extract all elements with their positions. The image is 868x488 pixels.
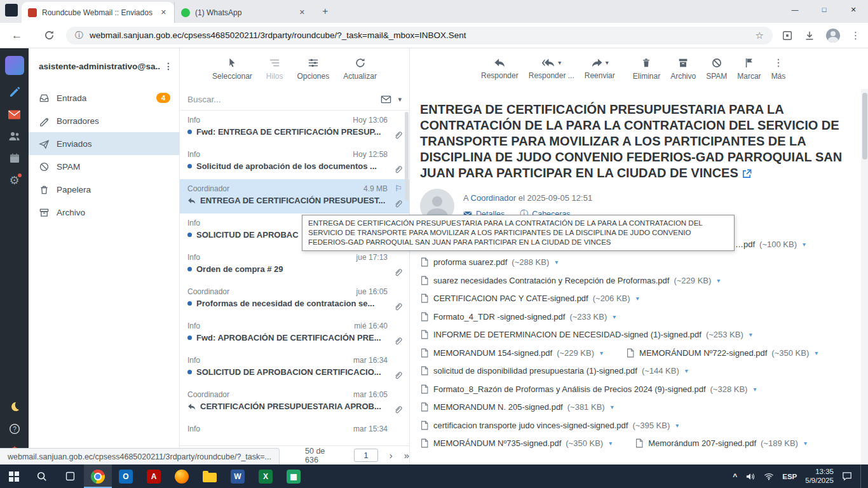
reply-button[interactable]: Responder — [481, 58, 519, 80]
taskbar-outlook-icon[interactable]: O — [112, 464, 140, 488]
attachment-menu-caret-icon[interactable]: ▾ — [804, 440, 807, 447]
contacts-icon[interactable] — [8, 131, 20, 142]
message-row[interactable]: Infomar 16:34SOLICITUD DE APROBACION CER… — [180, 351, 409, 385]
attachment-item[interactable]: INFORME DE DETERMINACION DE NECESIDAD-si… — [420, 330, 752, 339]
compose-icon[interactable] — [8, 86, 21, 98]
site-info-icon[interactable]: ⓘ — [75, 30, 83, 41]
attachment-menu-caret-icon[interactable]: ▾ — [685, 367, 688, 374]
download-icon[interactable] — [804, 30, 815, 41]
folder-papelera[interactable]: Papelera — [29, 178, 179, 201]
options-button[interactable]: Opciones — [297, 57, 329, 81]
task-view-icon[interactable] — [56, 464, 84, 488]
attachment-menu-caret-icon[interactable]: ▾ — [636, 295, 639, 302]
archive-button[interactable]: Archivo — [670, 57, 696, 81]
sender-link[interactable]: Coordinador — [471, 193, 517, 203]
url-field[interactable]: ⓘ webmail.sanjuan.gob.ec/cpsess468502021… — [66, 27, 773, 44]
account-menu-icon[interactable]: ⋮ — [164, 61, 173, 71]
action-center-icon[interactable] — [842, 471, 852, 481]
browser-tab-roundcube[interactable]: Roundcube Webmail :: Enviados ✕ — [22, 2, 174, 23]
browser-menu-icon[interactable]: ⋮ — [851, 30, 860, 41]
more-button[interactable]: ⋮ Más — [771, 57, 786, 81]
attachment-menu-caret-icon[interactable]: ▾ — [613, 313, 616, 320]
browser-tab-whatsapp[interactable]: (1) WhatsApp ✕ — [174, 2, 313, 23]
attachment-item[interactable]: solicitud de disponibilidad presupuestar… — [420, 366, 688, 376]
taskbar-acrobat-icon[interactable]: A — [140, 464, 168, 488]
show-desktop-strip[interactable] — [860, 464, 863, 488]
external-link-icon[interactable] — [742, 169, 752, 179]
forward-button[interactable]: ▾ Reenviar — [585, 58, 615, 80]
back-button[interactable]: ← — [11, 30, 22, 41]
page-number-box[interactable]: 1 — [354, 449, 377, 462]
attachment-menu-caret-icon[interactable]: ▾ — [609, 440, 612, 447]
profile-avatar[interactable] — [826, 29, 840, 43]
attachment-menu-caret-icon[interactable]: ▾ — [753, 386, 756, 393]
attachment-item[interactable]: Memorándum 207-signed.pdf(~189 KB)▾ — [635, 438, 807, 448]
refresh-list-button[interactable]: Actualizar — [343, 57, 377, 81]
close-button[interactable]: ✕ — [839, 0, 868, 19]
reply-all-caret-icon[interactable]: ▾ — [558, 59, 561, 66]
message-row[interactable]: Coordinadorjue 16:05Proformas de necesid… — [180, 282, 409, 316]
attachment-item[interactable]: MEMORÁNDUM Nº722-signed.pdf(~350 KB)▾ — [626, 348, 818, 358]
taskbar-firefox-icon[interactable] — [168, 464, 196, 488]
attachment-menu-caret-icon[interactable]: ▾ — [600, 349, 603, 356]
search-options-caret-icon[interactable]: ▾ — [398, 95, 402, 104]
reply-all-button[interactable]: ▾ Responder ... — [529, 58, 574, 80]
folder-borradores[interactable]: Borradores — [29, 109, 179, 132]
webmail-logo[interactable] — [5, 56, 24, 75]
taskbar-chrome-icon[interactable] — [84, 464, 112, 488]
attachment-menu-caret-icon[interactable]: ▾ — [717, 277, 720, 284]
settings-gear-icon[interactable]: ⚙ — [9, 175, 19, 186]
folder-enviados[interactable]: Enviados — [29, 132, 179, 155]
flag-button[interactable]: Marcar — [737, 57, 761, 81]
attachment-menu-caret-icon[interactable]: ▾ — [749, 331, 752, 338]
attachment-menu-caret-icon[interactable]: ▾ — [803, 241, 806, 248]
attachment-menu-caret-icon[interactable]: ▾ — [815, 349, 818, 356]
mail-icon[interactable] — [8, 109, 21, 120]
spam-button[interactable]: SPAM — [706, 57, 727, 81]
help-icon[interactable]: ? — [9, 423, 20, 435]
attachment-menu-caret-icon[interactable]: ▾ — [611, 403, 614, 410]
scrollbar-thumb[interactable] — [405, 112, 409, 201]
select-button[interactable]: Seleccionar — [212, 57, 252, 81]
taskbar-search-icon[interactable] — [28, 464, 56, 488]
language-indicator[interactable]: ESP — [782, 473, 797, 480]
volume-icon[interactable] — [745, 472, 756, 481]
tab-close-icon[interactable]: ✕ — [159, 7, 168, 18]
attachment-menu-caret-icon[interactable]: ▾ — [555, 259, 558, 266]
message-scrollbar[interactable] — [861, 89, 868, 464]
delete-button[interactable]: Eliminar — [633, 57, 660, 81]
dark-mode-moon-icon[interactable] — [9, 401, 20, 412]
message-row[interactable]: InfoHoy 13:06Fwd: ENTREGA DE CERTIFICACI… — [180, 111, 409, 145]
message-row[interactable]: InfoHoy 12:58Solicitud de aprobación de … — [180, 145, 409, 179]
folder-spam[interactable]: SPAM — [29, 155, 179, 178]
last-page-icon[interactable]: » — [404, 450, 409, 461]
extensions-icon[interactable] — [782, 30, 793, 41]
attachment-item[interactable]: MEMORÁNDUM Nº735-signed.pdf(~350 KB)▾ — [420, 438, 612, 448]
flag-outline-icon[interactable]: ⚐ — [395, 184, 402, 193]
minimize-button[interactable]: — — [780, 0, 810, 19]
search-input[interactable] — [187, 95, 374, 104]
attachment-item[interactable]: Formato_4_TDR -signed-signed.pdf(~233 KB… — [420, 312, 616, 322]
new-tab-button[interactable]: ＋ — [320, 5, 330, 17]
tray-expand-icon[interactable]: ^ — [733, 472, 737, 481]
attachment-item[interactable]: MEMORANDUM 154-signed.pdf(~229 KB)▾ — [420, 348, 603, 358]
scrollbar-thumb[interactable] — [862, 93, 867, 159]
message-row[interactable]: Infomar 15:34 — [180, 419, 409, 445]
account-header[interactable]: asistente-administrativo@sa... ⋮ — [29, 61, 179, 71]
taskbar-excel-icon[interactable]: X — [252, 464, 280, 488]
start-button[interactable] — [0, 464, 28, 488]
attachment-item[interactable]: suarez necesidades Contratación y Recepc… — [420, 276, 720, 285]
taskbar-app-icon[interactable]: ▦ — [280, 464, 308, 488]
calendar-icon[interactable] — [9, 152, 20, 164]
url-text[interactable]: webmail.sanjuan.gob.ec/cpsess4685020211/… — [90, 30, 749, 40]
taskbar-clock[interactable]: 13:35 5/9/2025 — [805, 468, 834, 485]
attachment-item[interactable]: proforma suarez.pdf(~288 KB)▾ — [420, 257, 558, 267]
search-scope-mail-icon[interactable] — [381, 95, 391, 104]
bookmark-star-icon[interactable]: ☆ — [756, 30, 764, 41]
forward-caret-icon[interactable]: ▾ — [606, 59, 609, 66]
message-row[interactable]: Coordinador4.9 MB⚐ENTREGA DE CERTIFICACI… — [180, 179, 409, 214]
attachment-item[interactable]: certificacion transporte judo vinces-sig… — [420, 421, 679, 430]
folder-entrada[interactable]: Entrada 4 — [29, 86, 179, 109]
folder-archivo[interactable]: Archivo — [29, 201, 179, 224]
attachment-item[interactable]: CERTIFICACION PAC Y CATE-signed.pdf(~206… — [420, 294, 639, 303]
